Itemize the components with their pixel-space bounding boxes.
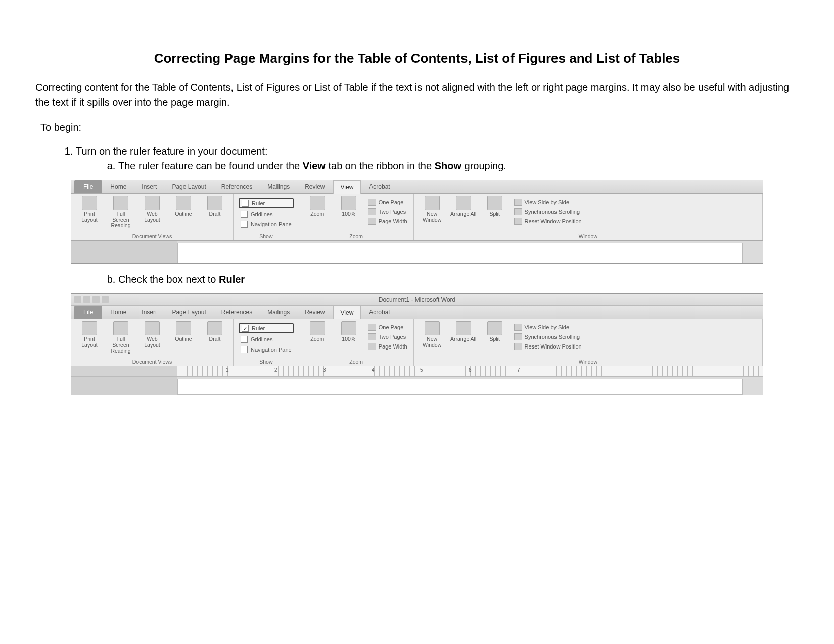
group-window: New Window Arrange All Split View Side b… <box>414 194 763 240</box>
reset-window-button-2[interactable]: Reset Window Position <box>513 342 583 351</box>
sync-scroll-button-2[interactable]: Synchronous Scrolling <box>513 333 583 341</box>
tab-file-2[interactable]: File <box>74 306 102 319</box>
outline-button-2[interactable]: Outline <box>170 321 197 342</box>
qat-undo-icon[interactable] <box>92 296 100 303</box>
gridlines-checkbox-2[interactable] <box>241 336 248 343</box>
tab-home[interactable]: Home <box>103 180 133 193</box>
arrange-all-icon <box>456 196 471 210</box>
tab-view[interactable]: View <box>333 180 361 194</box>
group-document-views: PrintLayout Full ScreenReading WebLayout… <box>71 194 234 240</box>
web-layout-icon-2 <box>145 321 160 335</box>
side-by-side-button-2[interactable]: View Side by Side <box>513 323 583 331</box>
ruler-num-6: 6 <box>469 367 472 373</box>
page-title: Correcting Page Margins for the Table of… <box>35 51 799 66</box>
tab-references[interactable]: References <box>214 180 259 193</box>
tab-mailings-2[interactable]: Mailings <box>260 306 297 319</box>
page-width-button[interactable]: Page Width <box>367 217 408 225</box>
draft-button[interactable]: Draft <box>202 196 228 217</box>
tab-file[interactable]: File <box>74 180 102 193</box>
side-by-side-label: View Side by Side <box>525 199 569 205</box>
sync-scroll-button[interactable]: Synchronous Scrolling <box>513 208 583 216</box>
fsr-l1: Full Screen <box>112 211 129 223</box>
tab-review[interactable]: Review <box>298 180 332 193</box>
ruler-checkbox-2[interactable]: ✓ <box>242 325 249 332</box>
two-pages-button-2[interactable]: Two Pages <box>367 333 408 341</box>
gridlines-checkbox-row-2[interactable]: Gridlines <box>239 335 294 343</box>
show-group-label-2: Show <box>239 358 294 365</box>
one-page-label: One Page <box>379 199 404 205</box>
ruler-checkbox-row[interactable]: Ruler <box>239 198 294 208</box>
view-side-by-side-button[interactable]: View Side by Side <box>513 198 583 206</box>
doc-area-2 <box>71 377 763 395</box>
hundred-icon <box>341 196 356 210</box>
tab-acrobat-2[interactable]: Acrobat <box>362 306 397 319</box>
navpane-checkbox-row[interactable]: Navigation Pane <box>239 220 294 228</box>
ruler-checkbox[interactable] <box>242 200 249 207</box>
gridlines-checkbox[interactable] <box>241 211 248 218</box>
print-layout-button[interactable]: PrintLayout <box>76 196 103 223</box>
tab-page-layout[interactable]: Page Layout <box>165 180 213 193</box>
tab-mailings[interactable]: Mailings <box>260 180 297 193</box>
tab-insert[interactable]: Insert <box>134 180 164 193</box>
step-1a-show: Show <box>435 160 461 171</box>
tab-home-2[interactable]: Home <box>103 306 133 319</box>
step-1a-pre: The ruler feature can be found under the <box>118 160 303 171</box>
two-pages-button[interactable]: Two Pages <box>367 208 408 216</box>
page-width-label: Page Width <box>379 218 407 224</box>
print-layout-button-2[interactable]: PrintLayout <box>76 321 103 348</box>
page-width-button-2[interactable]: Page Width <box>367 342 408 351</box>
navpane-checkbox-row-2[interactable]: Navigation Pane <box>239 345 294 354</box>
group-zoom: Zoom 100% One Page Two Pages Page Width … <box>299 194 414 240</box>
zoom-button-2[interactable]: Zoom <box>304 321 331 342</box>
full-screen-reading-button[interactable]: Full ScreenReading <box>108 196 134 229</box>
draft-button-2[interactable]: Draft <box>202 321 228 342</box>
sync-scroll-icon <box>514 208 522 215</box>
doc-views-group-label: Document Views <box>76 232 228 239</box>
new-window-button-2[interactable]: New Window <box>419 321 445 348</box>
navpane-checkbox-2[interactable] <box>241 346 248 353</box>
arrange-all-button-2[interactable]: Arrange All <box>450 321 477 342</box>
reset-window-button[interactable]: Reset Window Position <box>513 217 583 225</box>
tab-view-2[interactable]: View <box>333 306 361 319</box>
split-button-2[interactable]: Split <box>482 321 508 342</box>
qat-save-icon[interactable] <box>83 296 90 303</box>
zoom-button[interactable]: Zoom <box>304 196 331 217</box>
tab-review-2[interactable]: Review <box>298 306 332 319</box>
split-button[interactable]: Split <box>482 196 508 217</box>
web-layout-button[interactable]: WebLayout <box>139 196 165 223</box>
ruler-num-7: 7 <box>517 367 520 373</box>
two-pages-label: Two Pages <box>379 209 406 215</box>
show-group-label: Show <box>239 232 294 239</box>
page-width-icon-2 <box>368 343 376 350</box>
doc-gutter <box>71 241 177 263</box>
group-show-2: ✓Ruler Gridlines Navigation Pane Show <box>234 319 299 366</box>
full-screen-reading-button-2[interactable]: Full ScreenReading <box>108 321 134 354</box>
doc-gutter-2 <box>71 377 177 395</box>
hundred-button-2[interactable]: 100% <box>336 321 362 342</box>
ribbon-body-2: PrintLayout Full ScreenReading WebLayout… <box>71 319 763 366</box>
arrange-all-button[interactable]: Arrange All <box>450 196 477 217</box>
one-page-button-2[interactable]: One Page <box>367 323 408 331</box>
arrange-all-label: Arrange All <box>450 211 476 217</box>
zoom-label: Zoom <box>310 211 324 217</box>
ruler-checkbox-row-2[interactable]: ✓Ruler <box>239 323 294 333</box>
tab-acrobat[interactable]: Acrobat <box>362 180 397 193</box>
gridlines-checkbox-row[interactable]: Gridlines <box>239 210 294 218</box>
horizontal-ruler[interactable]: 1 2 3 4 5 6 7 <box>71 366 763 377</box>
full-screen-reading-icon <box>113 196 128 210</box>
gridlines-checkbox-label: Gridlines <box>251 211 272 217</box>
one-page-button[interactable]: One Page <box>367 198 408 206</box>
quick-access-toolbar[interactable] <box>74 296 109 303</box>
tab-references-2[interactable]: References <box>214 306 259 319</box>
hundred-percent-button[interactable]: 100% <box>336 196 362 217</box>
outline-button[interactable]: Outline <box>170 196 197 217</box>
web-layout-button-2[interactable]: WebLayout <box>139 321 165 348</box>
new-window-icon-2 <box>425 321 440 335</box>
qat-redo-icon[interactable] <box>102 296 109 303</box>
split-icon <box>487 196 502 210</box>
tab-page-layout-2[interactable]: Page Layout <box>165 306 213 319</box>
tab-insert-2[interactable]: Insert <box>134 306 164 319</box>
navpane-checkbox[interactable] <box>241 221 248 228</box>
new-window-button[interactable]: New Window <box>419 196 445 223</box>
doc-paper-2 <box>177 379 743 395</box>
